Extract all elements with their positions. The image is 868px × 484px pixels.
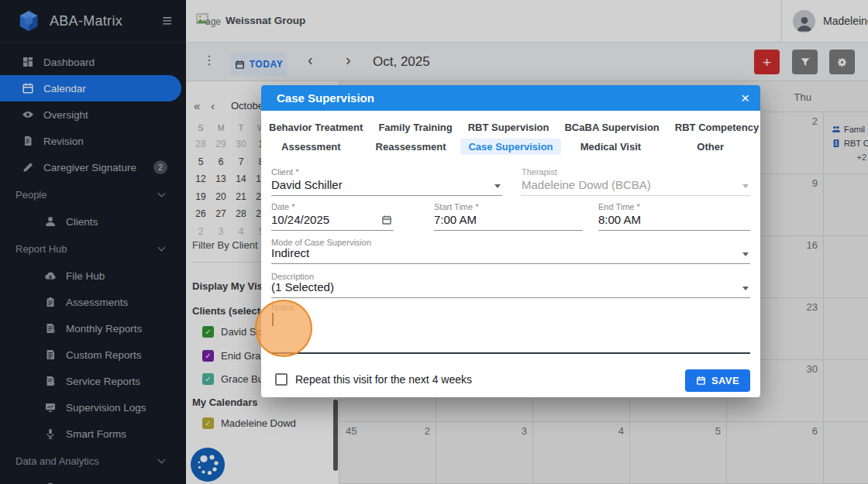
- end-time-value: 8:00 AM: [598, 213, 641, 226]
- chevron-down-icon: [494, 184, 501, 188]
- calendar-picker-icon[interactable]: [381, 215, 392, 225]
- description-value: (1 Selected): [271, 280, 334, 293]
- therapist-label: Therapist: [522, 167, 557, 177]
- end-time-label: End Time *: [598, 202, 640, 211]
- tab-reassessment[interactable]: Reassessment: [368, 139, 454, 155]
- visit-type-tabs-row2: AssessmentReassessmentCase SupervisionMe…: [261, 136, 760, 156]
- chevron-down-icon: [742, 184, 749, 188]
- mode-select[interactable]: Mode of Case Supervision Indirect: [271, 237, 750, 264]
- repeat-visit-checkbox-row[interactable]: Repeat this visit for the next 4 weeks: [275, 373, 472, 386]
- therapist-select: Therapist Madeleine Dowd (BCBA): [522, 166, 750, 196]
- client-value: David Schiller: [271, 178, 343, 191]
- chevron-down-icon: [742, 287, 749, 290]
- client-select[interactable]: Client * David Schiller: [271, 166, 502, 196]
- description-select[interactable]: Description (1 Selected): [271, 271, 750, 298]
- start-time-label: Start Time *: [434, 202, 478, 211]
- date-field[interactable]: Date * 10/24/2025: [271, 201, 394, 231]
- save-button[interactable]: SAVE: [685, 369, 750, 392]
- end-time-field[interactable]: End Time * 8:00 AM: [598, 201, 750, 231]
- repeat-label: Repeat this visit for the next 4 weeks: [295, 373, 472, 386]
- tab-rbt-supervision[interactable]: RBT Supervision: [460, 119, 557, 136]
- tab-assessment[interactable]: Assessment: [274, 139, 349, 155]
- click-indicator: [255, 300, 312, 357]
- tab-other[interactable]: Other: [689, 139, 732, 155]
- tab-family-training[interactable]: Family Training: [370, 119, 460, 136]
- tab-case-supervision[interactable]: Case Supervision: [460, 139, 560, 155]
- notes-textarea[interactable]: Notes:: [271, 300, 750, 354]
- start-time-field[interactable]: Start Time * 7:00 AM: [434, 201, 583, 231]
- date-label: Date *: [271, 202, 295, 211]
- repeat-checkbox[interactable]: [275, 373, 288, 386]
- close-icon[interactable]: ×: [741, 91, 749, 105]
- visit-type-tabs-row1: Behavior TreatmentFamily TrainingRBT Sup…: [261, 117, 760, 137]
- modal-title: Case Supervision: [277, 91, 741, 105]
- case-supervision-modal: Case Supervision × Behavior TreatmentFam…: [261, 85, 760, 397]
- therapist-value: Madeleine Dowd (BCBA): [522, 178, 651, 191]
- tab-rbt-competency[interactable]: RBT Competency: [667, 119, 766, 136]
- chevron-down-icon: [742, 252, 749, 256]
- modal-header: Case Supervision ×: [261, 85, 760, 111]
- mode-value: Indirect: [271, 246, 309, 259]
- tab-behavior-treatment[interactable]: Behavior Treatment: [261, 119, 370, 136]
- save-label: SAVE: [711, 375, 739, 386]
- start-time-value: 7:00 AM: [434, 213, 477, 226]
- tab-bcaba-supervision[interactable]: BCaBA Supervision: [556, 119, 666, 136]
- client-label: Client *: [271, 167, 298, 177]
- date-value: 10/24/2025: [271, 213, 329, 226]
- tab-medical-visit[interactable]: Medical Visit: [573, 139, 649, 155]
- save-calendar-icon: [696, 376, 706, 386]
- app-window: ABA-Matrix ≡ Dashboard Calendar Oversigh…: [0, 0, 868, 484]
